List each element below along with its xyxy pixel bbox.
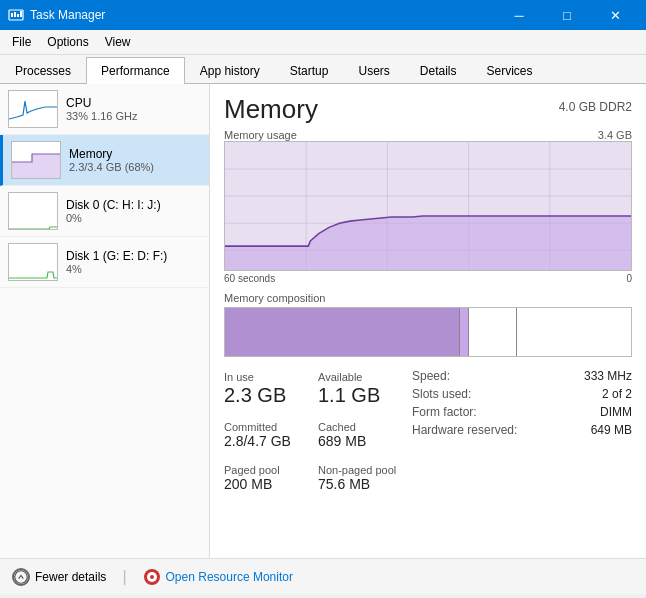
chart-max: 3.4 GB — [598, 129, 632, 141]
memory-name: Memory — [69, 147, 154, 161]
svg-point-20 — [150, 575, 154, 579]
fewer-details-label: Fewer details — [35, 570, 106, 584]
comp-in-use — [225, 308, 460, 356]
chart-svg — [225, 142, 631, 271]
memory-sidebar-info: Memory 2.3/3.4 GB (68%) — [69, 147, 154, 173]
stat-form-row: Form factor: DIMM — [412, 403, 632, 421]
main-content: CPU 33% 1.16 GHz Memory 2.3/3.4 GB (68%) — [0, 84, 646, 558]
disk0-sidebar-info: Disk 0 (C: H: I: J:) 0% — [66, 198, 161, 224]
nonpaged-label: Non-paged pool — [318, 464, 412, 476]
right-stats-col: Speed: 333 MHz Slots used: 2 of 2 Form f… — [412, 367, 632, 497]
in-use-value: 2.3 GB — [224, 383, 318, 407]
tab-bar: Processes Performance App history Startu… — [0, 55, 646, 84]
svg-rect-4 — [20, 11, 22, 17]
comp-standby — [469, 308, 518, 356]
title-bar-left: Task Manager — [8, 7, 105, 23]
tab-details[interactable]: Details — [405, 57, 472, 84]
cpu-value: 33% 1.16 GHz — [66, 110, 138, 122]
svg-rect-3 — [17, 14, 19, 17]
stat-in-use: In use 2.3 GB — [224, 367, 318, 411]
disk0-thumbnail — [8, 192, 58, 230]
sidebar-item-memory[interactable]: Memory 2.3/3.4 GB (68%) — [0, 135, 209, 186]
svg-rect-1 — [11, 13, 13, 17]
svg-point-17 — [15, 570, 27, 582]
maximize-button[interactable]: □ — [544, 4, 590, 26]
title-bar: Task Manager ─ □ ✕ — [0, 0, 646, 30]
disk0-name: Disk 0 (C: H: I: J:) — [66, 198, 161, 212]
hw-label: Hardware reserved: — [412, 423, 517, 437]
menu-view[interactable]: View — [97, 32, 139, 52]
minimize-button[interactable]: ─ — [496, 4, 542, 26]
in-use-label: In use — [224, 371, 318, 383]
cpu-name: CPU — [66, 96, 138, 110]
tab-users[interactable]: Users — [343, 57, 404, 84]
paged-value: 200 MB — [224, 476, 318, 493]
svg-rect-2 — [14, 12, 16, 17]
tab-performance[interactable]: Performance — [86, 57, 185, 84]
stats-section: In use 2.3 GB Available 1.1 GB Committed… — [224, 367, 632, 497]
memory-usage-section: Memory usage 3.4 GB — [224, 129, 632, 284]
left-stats-grid: In use 2.3 GB Available 1.1 GB Committed… — [224, 367, 412, 497]
separator: | — [122, 568, 126, 586]
composition-label: Memory composition — [224, 292, 632, 304]
memory-composition-section: Memory composition — [224, 292, 632, 357]
slots-label: Slots used: — [412, 387, 471, 401]
tab-app-history[interactable]: App history — [185, 57, 275, 84]
disk1-sidebar-info: Disk 1 (G: E: D: F:) 4% — [66, 249, 167, 275]
stat-cached: Cached 689 MB — [318, 417, 412, 454]
sidebar-item-disk0[interactable]: Disk 0 (C: H: I: J:) 0% — [0, 186, 209, 237]
title-bar-controls: ─ □ ✕ — [496, 4, 638, 26]
sidebar: CPU 33% 1.16 GHz Memory 2.3/3.4 GB (68%) — [0, 84, 210, 558]
menu-options[interactable]: Options — [39, 32, 96, 52]
disk1-value: 4% — [66, 263, 167, 275]
cpu-thumbnail — [8, 90, 58, 128]
memory-spec: 4.0 GB DDR2 — [559, 100, 632, 114]
fewer-details-icon — [12, 568, 30, 586]
open-resource-monitor-link[interactable]: Open Resource Monitor — [166, 570, 293, 584]
nonpaged-value: 75.6 MB — [318, 476, 412, 493]
menu-file[interactable]: File — [4, 32, 39, 52]
right-panel: Memory 4.0 GB DDR2 Memory usage 3.4 GB — [210, 84, 646, 558]
memory-value: 2.3/3.4 GB (68%) — [69, 161, 154, 173]
stat-paged: Paged pool 200 MB — [224, 460, 318, 497]
available-value: 1.1 GB — [318, 383, 412, 407]
sidebar-item-cpu[interactable]: CPU 33% 1.16 GHz — [0, 84, 209, 135]
window-title: Task Manager — [30, 8, 105, 22]
stat-hw-row: Hardware reserved: 649 MB — [412, 421, 632, 439]
menu-bar: File Options View — [0, 30, 646, 55]
tab-processes[interactable]: Processes — [0, 57, 86, 84]
form-value: DIMM — [600, 405, 632, 419]
cached-value: 689 MB — [318, 433, 412, 450]
svg-rect-8 — [9, 244, 58, 281]
stat-nonpaged: Non-paged pool 75.6 MB — [318, 460, 412, 497]
memory-chart — [224, 141, 632, 271]
open-resource-monitor-item[interactable]: Open Resource Monitor — [143, 568, 293, 586]
speed-value: 333 MHz — [584, 369, 632, 383]
sidebar-item-disk1[interactable]: Disk 1 (G: E: D: F:) 4% — [0, 237, 209, 288]
disk1-name: Disk 1 (G: E: D: F:) — [66, 249, 167, 263]
disk0-value: 0% — [66, 212, 161, 224]
slots-value: 2 of 2 — [602, 387, 632, 401]
tab-startup[interactable]: Startup — [275, 57, 344, 84]
resource-monitor-icon — [143, 568, 161, 586]
chart-time-right: 0 — [626, 273, 632, 284]
bottom-bar: Fewer details | Open Resource Monitor — [0, 558, 646, 594]
comp-modified — [460, 308, 468, 356]
cpu-sidebar-info: CPU 33% 1.16 GHz — [66, 96, 138, 122]
chart-label: Memory usage — [224, 129, 297, 141]
stat-slots-row: Slots used: 2 of 2 — [412, 385, 632, 403]
cached-label: Cached — [318, 421, 412, 433]
chart-label-row: Memory usage 3.4 GB — [224, 129, 632, 141]
composition-bar — [224, 307, 632, 357]
committed-label: Committed — [224, 421, 318, 433]
hw-value: 649 MB — [591, 423, 632, 437]
memory-thumbnail — [11, 141, 61, 179]
fewer-details-item[interactable]: Fewer details — [12, 568, 106, 586]
available-label: Available — [318, 371, 412, 383]
tab-services[interactable]: Services — [472, 57, 548, 84]
memory-title: Memory — [224, 94, 318, 125]
paged-label: Paged pool — [224, 464, 318, 476]
stat-speed-row: Speed: 333 MHz — [412, 367, 632, 385]
committed-value: 2.8/4.7 GB — [224, 433, 318, 450]
close-button[interactable]: ✕ — [592, 4, 638, 26]
